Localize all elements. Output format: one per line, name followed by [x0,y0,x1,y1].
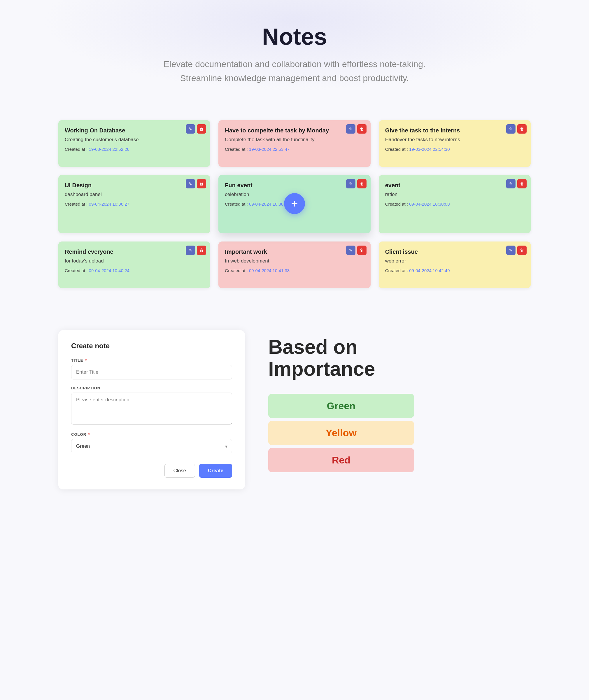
note-card-actions: ✎ 🗑 [506,179,527,188]
note-description: Handover the tasks to new interns [385,137,524,143]
edit-note-button[interactable]: ✎ [506,179,516,188]
note-title: Client issue [385,248,524,255]
bottom-section: Create note TITLE * DESCRIPTION COLOR * … [0,307,589,513]
note-created-date: 09-04-2024 10:40:24 [89,268,130,273]
delete-note-button[interactable]: 🗑 [517,179,527,188]
note-created: Created at : 19-03-2024 22:54:30 [385,147,524,152]
notes-section: ✎ 🗑 Working On Database Creating the cus… [0,103,589,307]
note-card-actions: ✎ 🗑 [346,179,367,188]
color-select-wrap: Green Yellow Red ▾ [71,439,232,453]
note-card-actions: ✎ 🗑 [506,124,527,134]
page-subtitle: Elevate documentation and collaboration … [6,57,583,85]
title-label: TITLE * [71,358,232,363]
delete-note-button[interactable]: 🗑 [357,179,367,188]
importance-section: Based on Importance GreenYellowRed [268,330,531,472]
note-card: ✎ 🗑 Give the task to the interns Handove… [379,120,531,167]
note-title: event [385,182,524,189]
note-created-date: 09-04-2024 10:36:27 [89,201,130,206]
note-created: Created at : 09-04-2024 10:38:08 [385,201,524,206]
note-created-date: 09-04-2024 10:38:08 [409,201,450,206]
note-description: Complete the task with all the functinal… [225,137,364,143]
delete-note-button[interactable]: 🗑 [197,124,206,134]
note-title: Remind everyone [65,248,204,255]
description-field-group: DESCRIPTION [71,386,232,432]
form-actions: Close Create [71,464,232,478]
note-card: ✎ 🗑 Client issue web error Created at : … [379,241,531,288]
edit-note-button[interactable]: ✎ [506,124,516,134]
importance-item-green: Green [268,394,414,418]
note-title: Important work [225,248,364,255]
note-card: ✎ 🗑 Important work In web development Cr… [218,241,370,288]
note-title: Fun event [225,182,364,189]
note-created-date: 09-04-2024 10:41:33 [249,268,289,273]
note-card: ✎ 🗑 event ration Created at : 09-04-2024… [379,175,531,233]
delete-note-button[interactable]: 🗑 [197,179,206,188]
edit-note-button[interactable]: ✎ [186,124,195,134]
note-description: Creating the customer's database [65,137,204,143]
note-card-actions: ✎ 🗑 [346,245,367,255]
note-card-actions: ✎ 🗑 [506,245,527,255]
note-card: ✎ 🗑 UI Design dashboard panel Created at… [58,175,210,233]
delete-note-button[interactable]: 🗑 [517,124,527,134]
edit-note-button[interactable]: ✎ [346,179,356,188]
note-card: ✎ 🗑 Have to compelte the task by Monday … [218,120,370,167]
note-created: Created at : 19-03-2024 22:53:47 [225,147,364,152]
importance-items: GreenYellowRed [268,394,414,472]
delete-note-button[interactable]: 🗑 [357,245,367,255]
edit-note-button[interactable]: ✎ [346,124,356,134]
note-card-actions: ✎ 🗑 [186,124,206,134]
edit-note-button[interactable]: ✎ [506,245,516,255]
note-card: ✎ 🗑 Remind everyone for today's upload C… [58,241,210,288]
edit-note-button[interactable]: ✎ [186,179,195,188]
note-created-date: 19-03-2024 22:52:26 [89,147,130,152]
note-title: Working On Database [65,127,204,134]
importance-item-red: Red [268,448,414,472]
color-field-group: COLOR * Green Yellow Red ▾ [71,432,232,453]
note-card: ✎ 🗑 Working On Database Creating the cus… [58,120,210,167]
description-label: DESCRIPTION [71,386,232,390]
edit-note-button[interactable]: ✎ [346,245,356,255]
title-input[interactable] [71,365,232,379]
note-description: ration [385,192,524,197]
importance-item-yellow: Yellow [268,421,414,445]
title-field-group: TITLE * [71,358,232,386]
create-note-form: Create note TITLE * DESCRIPTION COLOR * … [58,330,245,489]
note-description: web error [385,258,524,264]
note-created: Created at : 09-04-2024 10:36:27 [65,201,204,206]
header-section: Notes Elevate documentation and collabor… [0,0,589,103]
note-created: Created at : 19-03-2024 22:52:26 [65,147,204,152]
delete-note-button[interactable]: 🗑 [517,245,527,255]
note-created: Created at : 09-04-2024 10:41:33 [225,268,364,273]
note-created-date: 19-03-2024 22:54:30 [409,147,450,152]
note-card-actions: ✎ 🗑 [186,245,206,255]
form-title: Create note [71,342,232,350]
note-created: Created at : 09-04-2024 10:40:24 [65,268,204,273]
note-title: Have to compelte the task by Monday [225,127,364,134]
note-title: Give the task to the interns [385,127,524,134]
importance-title: Based on Importance [268,336,531,380]
add-note-fab[interactable]: + [284,193,305,214]
page-title: Notes [6,23,583,50]
edit-note-button[interactable]: ✎ [186,245,195,255]
note-card-actions: ✎ 🗑 [186,179,206,188]
delete-note-button[interactable]: 🗑 [357,124,367,134]
description-input[interactable] [71,393,232,425]
create-button[interactable]: Create [199,464,232,478]
note-title: UI Design [65,182,204,189]
note-card-actions: ✎ 🗑 [346,124,367,134]
note-created-date: 09-04-2024 10:38:08 [249,201,289,206]
note-created: Created at : 09-04-2024 10:42:49 [385,268,524,273]
note-description: dashboard panel [65,192,204,197]
note-description: for today's upload [65,258,204,264]
color-select[interactable]: Green Yellow Red [71,439,232,453]
close-button[interactable]: Close [165,464,195,478]
note-created-date: 19-03-2024 22:53:47 [249,147,289,152]
note-created-date: 09-04-2024 10:42:49 [409,268,450,273]
delete-note-button[interactable]: 🗑 [197,245,206,255]
note-description: In web development [225,258,364,264]
color-label: COLOR * [71,432,232,436]
